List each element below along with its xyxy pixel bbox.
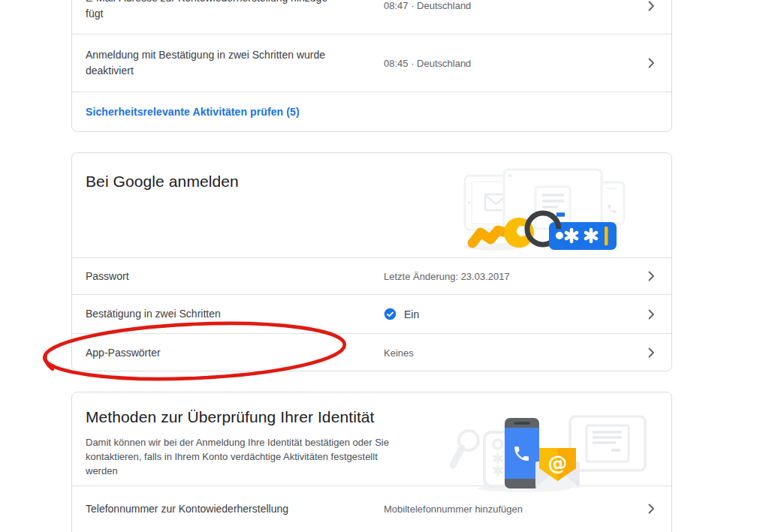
keys-icon	[453, 431, 511, 486]
row-label: App-Passwörter	[86, 345, 384, 361]
signin-card-header: Bei Google anmelden	[72, 153, 671, 257]
chevron-right-icon[interactable]	[646, 503, 655, 514]
chevron-right-icon[interactable]	[646, 271, 655, 281]
status-text: Ein	[404, 308, 419, 320]
app-passwords-row[interactable]: App-Passwörter Keines	[72, 333, 671, 371]
label-line: Anmeldung mit Bestätigung in zwei Schrit…	[86, 47, 384, 63]
activity-label: Anmeldung mit Bestätigung in zwei Schrit…	[86, 47, 384, 79]
verify-card-header: Methoden zur Überprüfung Ihrer Identität…	[72, 392, 671, 485]
key-password-illustration	[457, 160, 630, 254]
text-cursor	[605, 227, 608, 245]
activity-label: E-Mail-Adresse zur Kontowiederherstellun…	[86, 0, 384, 22]
verify-card-title: Methoden zur Überprüfung Ihrer Identität	[86, 408, 375, 426]
label-line: fügt	[86, 6, 384, 22]
description-line: kontaktieren, falls in Ihrem Konto verdä…	[86, 449, 389, 464]
signin-card: Bei Google anmelden	[71, 152, 672, 371]
identity-verification-card: Methoden zur Überprüfung Ihrer Identität…	[71, 392, 672, 532]
review-security-events-link[interactable]: Sicherheitsrelevante Aktivitäten prüfen …	[86, 106, 300, 118]
svg-text:@: @	[548, 452, 568, 474]
label-line: E-Mail-Adresse zur Kontowiederherstellun…	[86, 0, 384, 6]
activity-row-recovery-email[interactable]: E-Mail-Adresse zur Kontowiederherstellun…	[72, 0, 671, 34]
row-value: Ein	[384, 308, 646, 320]
google-account-security-page: E-Mail-Adresse zur Kontowiederherstellun…	[0, 0, 769, 532]
verify-card-description: Damit können wir bei der Anmeldung Ihre …	[86, 435, 389, 478]
chevron-right-icon[interactable]	[646, 58, 655, 68]
row-value: Mobiltelefonnummer hinzufügen	[384, 503, 646, 515]
description-line: Damit können wir bei der Anmeldung Ihre …	[86, 435, 389, 449]
chevron-right-icon[interactable]	[646, 1, 655, 11]
row-label: Passwort	[86, 269, 384, 284]
row-label: Bestätigung in zwei Schritten	[86, 306, 384, 322]
chevron-right-icon[interactable]	[646, 309, 655, 320]
activity-row-2sv-deactivated[interactable]: Anmeldung mit Bestätigung in zwei Schrit…	[72, 34, 671, 92]
identity-verification-illustration: @	[449, 409, 652, 493]
row-value: Letzte Änderung: 23.03.2017	[384, 271, 646, 282]
password-row[interactable]: Passwort Letzte Änderung: 23.03.2017	[72, 257, 671, 294]
row-value: Keines	[384, 347, 646, 359]
security-activity-card: E-Mail-Adresse zur Kontowiederherstellun…	[71, 0, 672, 132]
activity-timestamp: 08:45 · Deutschland	[384, 58, 646, 69]
check-circle-icon	[384, 308, 397, 320]
email-at-icon: @	[535, 448, 580, 488]
review-security-events-row: Sicherheitsrelevante Aktivitäten prüfen …	[72, 92, 671, 131]
description-line: werden	[86, 464, 389, 478]
two-step-verification-row[interactable]: Bestätigung in zwei Schritten Ein	[72, 294, 671, 333]
label-line: deaktiviert	[86, 63, 384, 79]
signin-card-title: Bei Google anmelden	[86, 173, 239, 191]
chevron-right-icon[interactable]	[646, 347, 655, 358]
row-label: Telefonnummer zur Kontowiederherstellung	[86, 501, 384, 517]
activity-timestamp: 08:47 · Deutschland	[384, 0, 646, 11]
